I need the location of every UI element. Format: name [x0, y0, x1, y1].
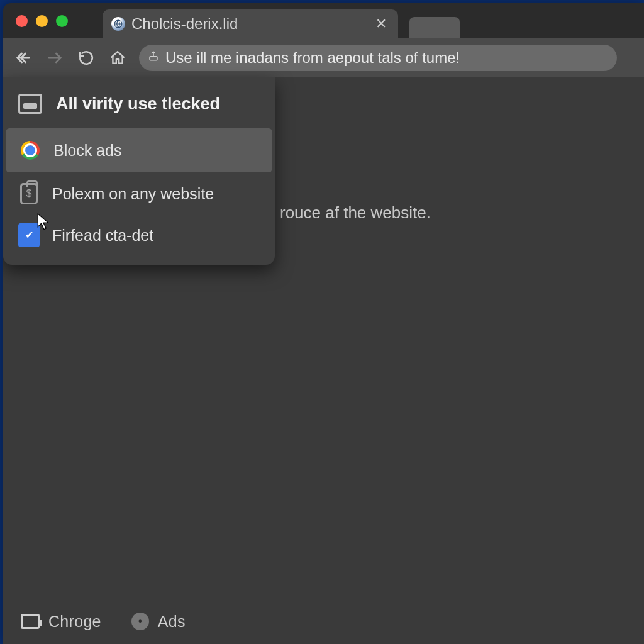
- tab-title: Cholcis-derix.lid: [131, 15, 368, 33]
- site-dropdown-menu: All virity use tlecked Block ads $ Polex…: [3, 77, 275, 265]
- page-content: rouce af the website. All virity use tle…: [3, 77, 644, 644]
- bottom-status-bar: Chroge • Ads: [3, 599, 644, 644]
- active-tab[interactable]: Cholcis-derix.lid ✕: [103, 9, 398, 38]
- page-body-text: rouce af the website.: [280, 203, 431, 223]
- home-button[interactable]: [108, 48, 128, 68]
- bottom-item-label: Chroge: [48, 613, 101, 631]
- dropdown-header: All virity use tlecked: [3, 77, 275, 128]
- inactive-tab[interactable]: [409, 17, 460, 38]
- globe-icon: [111, 17, 125, 31]
- info-badge-icon: •: [131, 613, 149, 630]
- menu-item-label: Block ads: [53, 142, 121, 160]
- menu-item-block-ads[interactable]: Block ads: [6, 128, 272, 172]
- device-icon: [21, 614, 40, 629]
- svg-rect-4: [150, 57, 157, 60]
- bottom-item-chroge[interactable]: Chroge: [21, 613, 101, 631]
- price-tag-icon: $: [18, 183, 40, 204]
- menu-item-polexm[interactable]: $ Polexm on any website: [3, 173, 275, 214]
- address-bar-text: Use ill me inadans from aepout tals of t…: [165, 49, 460, 67]
- tab-strip: Cholcis-derix.lid ✕: [103, 3, 460, 38]
- maximize-window-button[interactable]: [56, 15, 68, 27]
- menu-item-firfead[interactable]: ✔ Firfead cta-det: [3, 214, 275, 256]
- close-window-button[interactable]: [16, 15, 28, 27]
- bottom-item-ads[interactable]: • Ads: [131, 613, 186, 631]
- forward-button[interactable]: [45, 48, 65, 68]
- address-bar[interactable]: Use ill me inadans from aepout tals of t…: [139, 45, 617, 71]
- shield-check-icon: ✔: [18, 225, 40, 246]
- titlebar: Cholcis-derix.lid ✕: [3, 3, 644, 38]
- menu-item-label: Firfead cta-det: [52, 226, 153, 245]
- dropdown-header-text: All virity use tlecked: [56, 94, 220, 114]
- chrome-icon: [19, 140, 41, 161]
- panel-icon: [18, 94, 42, 114]
- toolbar: Use ill me inadans from aepout tals of t…: [3, 38, 644, 77]
- menu-item-label: Polexm on any website: [52, 185, 214, 203]
- close-tab-button[interactable]: ✕: [374, 17, 388, 31]
- bottom-item-label: Ads: [158, 613, 186, 631]
- reload-button[interactable]: [76, 48, 96, 68]
- window-controls: [16, 15, 68, 27]
- back-button[interactable]: [13, 48, 33, 68]
- minimize-window-button[interactable]: [36, 15, 48, 27]
- site-info-icon[interactable]: [148, 50, 159, 65]
- browser-window: Cholcis-derix.lid ✕ Use ill me inadans f…: [3, 3, 644, 644]
